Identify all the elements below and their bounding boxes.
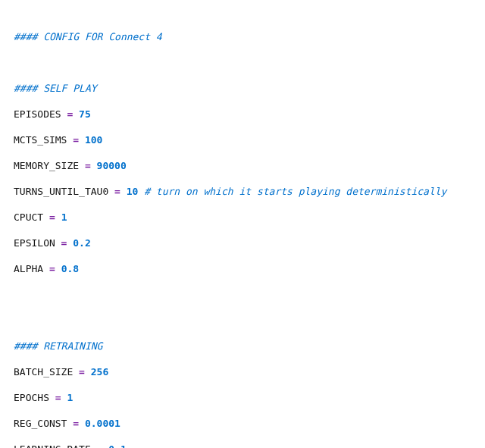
equals: = — [108, 186, 126, 197]
code-line: MEMORY_SIZE = 90000 — [14, 159, 485, 172]
equals: = — [67, 134, 84, 146]
num: 1 — [67, 392, 73, 403]
code-line: REG_CONST = 0.0001 — [14, 417, 485, 430]
code-line: MCTS_SIMS = 100 — [14, 133, 485, 146]
equals: = — [43, 263, 61, 274]
num: 10 — [127, 186, 139, 197]
equals: = — [55, 237, 73, 249]
var-name: BATCH_SIZE — [14, 366, 73, 378]
var-name: CPUCT — [14, 211, 43, 223]
code-line: BATCH_SIZE = 256 — [14, 365, 485, 378]
num: 0.8 — [61, 263, 79, 274]
comment-tau: # turn on which it starts playing determ… — [144, 186, 446, 197]
num: 0.0001 — [85, 418, 120, 429]
var-name: MEMORY_SIZE — [14, 160, 79, 171]
equals: = — [73, 366, 90, 378]
code-line: EPOCHS = 1 — [14, 391, 485, 404]
var-name: EPISODES — [14, 108, 61, 120]
code-line: ALPHA = 0.8 — [14, 262, 485, 275]
comment-retraining: #### RETRAINING — [14, 340, 102, 352]
var-name: ALPHA — [14, 263, 43, 274]
var-name: TURNS_UNTIL_TAU0 — [14, 186, 108, 197]
var-name: EPSILON — [14, 237, 55, 249]
blank-line — [14, 314, 485, 327]
code-line: #### SELF PLAY — [14, 82, 485, 95]
num: 100 — [85, 134, 102, 146]
num: 90000 — [97, 160, 127, 171]
equals: = — [67, 418, 84, 429]
code-line: #### RETRAINING — [14, 340, 485, 352]
equals: = — [49, 392, 67, 403]
var-name: LEARNING_RATE — [14, 443, 91, 448]
code-line: #### CONFIG FOR Connect 4 — [14, 30, 485, 43]
num: 0.2 — [73, 237, 90, 249]
equals: = — [79, 160, 96, 171]
var-name: REG_CONST — [14, 418, 67, 429]
var-name: MCTS_SIMS — [14, 134, 67, 146]
equals: = — [43, 211, 61, 223]
code-line: TURNS_UNTIL_TAU0 = 10 # turn on which it… — [14, 185, 485, 198]
num: 0.1 — [108, 443, 126, 448]
code-line: CPUCT = 1 — [14, 211, 485, 224]
var-name: EPOCHS — [14, 392, 49, 403]
blank-line — [14, 56, 485, 69]
code-line: EPSILON = 0.2 — [14, 237, 485, 249]
comment-title: #### CONFIG FOR Connect 4 — [14, 31, 162, 42]
equals: = — [61, 108, 79, 120]
num: 256 — [91, 366, 108, 378]
equals: = — [91, 443, 108, 448]
blank-line — [14, 288, 485, 301]
code-line: LEARNING_RATE = 0.1 — [14, 443, 485, 448]
code-line: EPISODES = 75 — [14, 108, 485, 121]
num: 1 — [61, 211, 67, 223]
num: 75 — [79, 108, 91, 120]
comment-self-play: #### SELF PLAY — [14, 83, 97, 94]
